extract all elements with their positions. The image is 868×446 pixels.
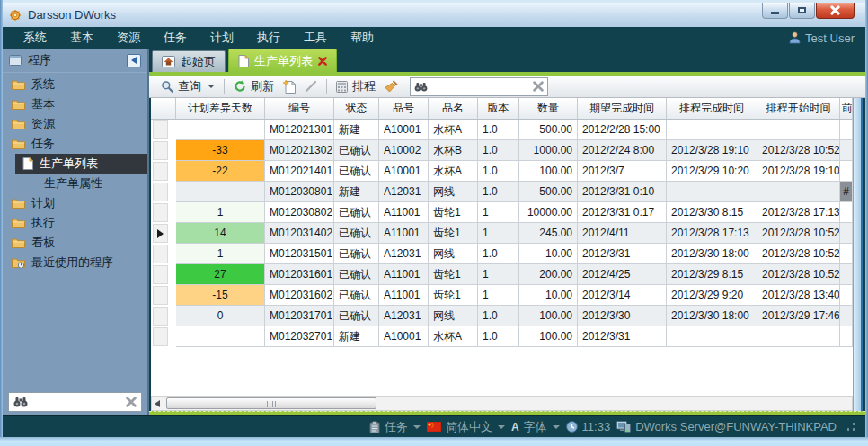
table-row[interactable]: 1M012031501已确认A12031网线1.010.002012/3/312…: [151, 244, 853, 264]
cell-code[interactable]: M012031701: [265, 306, 334, 326]
cell-extra[interactable]: [840, 264, 853, 285]
menu-item-3[interactable]: 任务: [152, 27, 199, 49]
cell-expect[interactable]: 2012/2/24 8:00: [578, 140, 667, 161]
sidebar-item-1[interactable]: 基本: [3, 94, 147, 114]
cell-expect[interactable]: 2012/3/30: [578, 306, 667, 326]
table-row[interactable]: -22M012021401已确认A10001水杯A1.0100.002012/3…: [151, 161, 853, 182]
cell-expect[interactable]: 2012/3/14: [578, 285, 667, 306]
cell-version[interactable]: 1: [478, 264, 519, 285]
cell-qty[interactable]: 100.00: [519, 306, 578, 326]
horizontal-scrollbar-thumb[interactable]: [166, 397, 376, 409]
row-indicator[interactable]: [151, 202, 176, 223]
row-indicator[interactable]: [151, 161, 176, 182]
row-indicator[interactable]: [151, 326, 176, 347]
cell-sched_end[interactable]: [667, 120, 757, 140]
cell-item_name[interactable]: 齿轮1: [429, 285, 478, 306]
menu-item-6[interactable]: 工具: [292, 27, 339, 49]
close-button[interactable]: [816, 3, 855, 19]
cell-diff[interactable]: -33: [176, 140, 265, 161]
table-row[interactable]: M012030801新建A12031网线1.0500.002012/3/31 0…: [151, 182, 853, 202]
cell-diff[interactable]: 1: [176, 202, 265, 223]
cell-sched_start[interactable]: 2012/3/28 10:52: [757, 223, 840, 244]
minimize-button[interactable]: [762, 3, 788, 19]
sidebar-collapse-button[interactable]: [127, 54, 141, 67]
cell-version[interactable]: 1: [478, 285, 519, 306]
tab-close-icon[interactable]: [318, 57, 327, 66]
cell-version[interactable]: 1: [478, 223, 519, 244]
column-header-sched_end[interactable]: 排程完成时间: [667, 98, 757, 119]
menu-item-7[interactable]: 帮助: [339, 27, 385, 49]
menu-item-4[interactable]: 计划: [199, 27, 245, 49]
query-button[interactable]: 查询: [156, 77, 219, 96]
cell-expect[interactable]: 2012/2/28 15:00: [578, 120, 667, 140]
cell-version[interactable]: 1.0: [478, 140, 519, 161]
cell-status[interactable]: 已确认: [334, 306, 379, 326]
cell-qty[interactable]: 200.00: [519, 264, 578, 285]
cell-sched_end[interactable]: [667, 326, 757, 347]
row-indicator[interactable]: [151, 264, 176, 285]
cell-item_no[interactable]: A12031: [379, 244, 429, 264]
cell-item_no[interactable]: A10001: [379, 161, 429, 182]
cell-sched_start[interactable]: 2012/3/28 17:13: [757, 202, 840, 223]
cell-extra[interactable]: [840, 140, 853, 161]
cell-status[interactable]: 已确认: [334, 223, 379, 244]
cell-code[interactable]: M012031602: [265, 285, 334, 306]
row-indicator[interactable]: [151, 140, 176, 161]
cell-sched_end[interactable]: 2012/3/28 19:10: [667, 140, 757, 161]
cell-diff[interactable]: [176, 326, 265, 347]
cell-expect[interactable]: 2012/4/11: [578, 223, 667, 244]
cell-qty[interactable]: 1000.00: [519, 140, 578, 161]
cell-status[interactable]: 新建: [334, 182, 379, 202]
clear-search-icon[interactable]: [126, 397, 137, 407]
status-language-menu[interactable]: 简体中文: [427, 419, 505, 435]
cell-extra[interactable]: [840, 326, 853, 347]
cell-diff[interactable]: -22: [176, 161, 265, 182]
cell-version[interactable]: 1.0: [478, 161, 519, 182]
cell-qty[interactable]: 100.00: [519, 161, 578, 182]
cell-diff[interactable]: [176, 120, 265, 140]
row-indicator[interactable]: [151, 120, 176, 140]
cell-code[interactable]: M012031601: [265, 264, 334, 285]
cell-expect[interactable]: 2012/3/31: [578, 244, 667, 264]
cell-code[interactable]: M012031402: [265, 223, 334, 244]
cell-expect[interactable]: 2012/4/25: [578, 264, 667, 285]
row-indicator[interactable]: [151, 244, 176, 264]
toolbar-search-input[interactable]: [431, 80, 529, 93]
cell-code[interactable]: M012032701: [265, 326, 334, 347]
row-indicator[interactable]: [151, 285, 176, 306]
column-header-item_name[interactable]: 品名: [429, 98, 478, 119]
cell-qty[interactable]: 10.00: [519, 285, 578, 306]
cell-sched_start[interactable]: 2012/3/28 10:52: [757, 244, 840, 264]
cell-item_no[interactable]: A10002: [379, 140, 429, 161]
cell-item_name[interactable]: 水杯A: [429, 120, 478, 140]
cell-item_name[interactable]: 齿轮1: [429, 264, 478, 285]
cell-diff[interactable]: 27: [176, 264, 265, 285]
menu-item-1[interactable]: 基本: [58, 27, 105, 49]
clear-search-icon[interactable]: [533, 81, 544, 92]
cell-status[interactable]: 已确认: [334, 244, 379, 264]
cell-sched_end[interactable]: 2012/3/30 8:15: [667, 202, 757, 223]
refresh-button[interactable]: 刷新: [229, 77, 279, 96]
cell-item_name[interactable]: 齿轮1: [429, 223, 478, 244]
cell-item_name[interactable]: 水杯B: [429, 140, 478, 161]
cell-sched_end[interactable]: 2012/3/30 18:00: [667, 244, 757, 264]
clean-button[interactable]: [380, 77, 403, 96]
status-font-menu[interactable]: A 字体: [511, 419, 560, 435]
cell-extra[interactable]: [840, 223, 853, 244]
cell-sched_end[interactable]: 2012/3/29 10:20: [667, 161, 757, 182]
tab-production-order-list[interactable]: 生产单列表: [228, 49, 337, 72]
column-header-item_no[interactable]: 品号: [379, 98, 429, 119]
menu-item-0[interactable]: 系统: [12, 27, 58, 49]
column-header-sched_start[interactable]: 排程开始时间: [757, 98, 840, 119]
resize-grip[interactable]: [846, 423, 855, 431]
column-header-qty[interactable]: 数量: [519, 98, 578, 119]
cell-sched_start[interactable]: [757, 120, 840, 140]
cell-diff[interactable]: 14: [176, 223, 265, 244]
sidebar-item-6[interactable]: 计划: [3, 193, 147, 213]
cell-status[interactable]: 已确认: [334, 202, 379, 223]
cell-sched_end[interactable]: 2012/3/30 18:00: [667, 306, 757, 326]
cell-item_name[interactable]: 网线: [429, 306, 478, 326]
table-row[interactable]: 14M012031402已确认A11001齿轮11245.002012/4/11…: [151, 223, 853, 244]
cell-sched_start[interactable]: 2012/3/28 13:40: [757, 285, 840, 306]
cell-extra[interactable]: [840, 306, 853, 326]
